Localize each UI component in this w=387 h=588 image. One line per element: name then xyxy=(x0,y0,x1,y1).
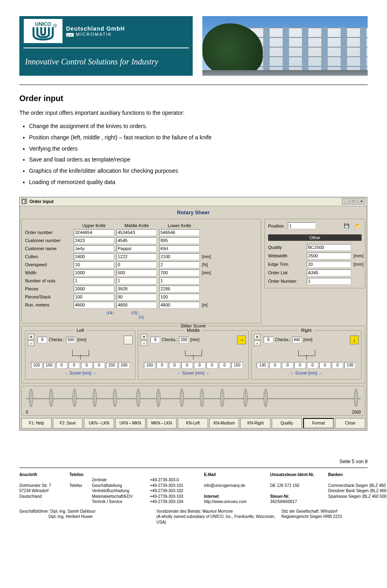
count-input[interactable] xyxy=(37,337,47,343)
toolbar-button[interactable]: MKN↔LKN xyxy=(147,418,177,429)
other-input[interactable] xyxy=(307,269,351,276)
rotary-input[interactable] xyxy=(159,237,200,244)
other-input[interactable] xyxy=(307,253,351,259)
rotary-input[interactable] xyxy=(74,286,114,292)
svg-text:R: R xyxy=(54,25,56,27)
rotary-input[interactable] xyxy=(117,286,157,292)
rotary-input[interactable] xyxy=(117,261,157,268)
scorer-input[interactable] xyxy=(194,362,205,369)
checks-input[interactable] xyxy=(292,337,302,343)
rotary-input[interactable] xyxy=(117,245,157,252)
rotary-input[interactable] xyxy=(74,302,114,308)
toolbar-button[interactable]: KN-Medium xyxy=(209,418,239,429)
minus-button[interactable]: - xyxy=(28,340,34,346)
scorer-input[interactable] xyxy=(319,362,331,369)
scorer-input[interactable] xyxy=(294,362,306,369)
rotary-input[interactable] xyxy=(74,277,114,284)
unit-label: [%] xyxy=(202,263,218,267)
scorer-input[interactable] xyxy=(169,362,180,369)
arrow-button[interactable]: → xyxy=(237,335,246,344)
arrow-button[interactable]: ↓ xyxy=(350,335,359,344)
checks-input[interactable] xyxy=(179,337,189,343)
rotary-input[interactable] xyxy=(117,253,157,260)
checks-input[interactable] xyxy=(66,337,76,343)
rotary-input[interactable] xyxy=(117,269,157,276)
unit-label: [m] xyxy=(202,303,218,307)
scorer-input[interactable] xyxy=(269,362,281,369)
position-input[interactable] xyxy=(288,222,316,229)
y-shape-icon xyxy=(68,350,92,360)
plus-button[interactable]: + xyxy=(141,334,147,340)
rotary-input[interactable] xyxy=(159,302,200,308)
scorer-input[interactable] xyxy=(344,362,356,369)
scorer-input[interactable] xyxy=(332,362,343,369)
scorer-input[interactable] xyxy=(31,362,42,369)
scorer-input[interactable] xyxy=(181,362,193,369)
plus-button[interactable]: + xyxy=(254,334,260,340)
slitter-fieldset: Slitter Scorer Left+-Checks.:[mm]Scorer … xyxy=(21,326,365,383)
toolbar-button[interactable]: Quality xyxy=(272,418,302,429)
rotary-input[interactable] xyxy=(159,277,200,284)
count-input[interactable] xyxy=(264,337,273,343)
save-icon[interactable]: 💾 xyxy=(343,222,350,230)
rotary-input[interactable] xyxy=(74,294,114,300)
toolbar-button[interactable]: F1: Help xyxy=(21,418,52,429)
count-input[interactable] xyxy=(150,337,160,343)
rotary-input[interactable] xyxy=(117,277,157,284)
rotary-input[interactable] xyxy=(159,253,200,260)
scorer-input[interactable] xyxy=(282,362,293,369)
toolbar-button[interactable]: UKN↔LKN xyxy=(84,418,114,429)
toolbar-button[interactable]: KN-Left xyxy=(178,418,208,429)
toolbar-button[interactable]: Close xyxy=(335,418,365,429)
rotary-input[interactable] xyxy=(117,229,157,236)
scorer-input[interactable] xyxy=(206,362,218,369)
scorer-input[interactable] xyxy=(56,362,67,369)
rotary-input[interactable] xyxy=(159,269,200,276)
rotary-input[interactable] xyxy=(74,237,114,244)
close-button[interactable]: × xyxy=(358,198,365,205)
toolbar-button[interactable]: F2: Save xyxy=(53,418,83,429)
other-input[interactable] xyxy=(307,261,351,268)
scorer-input[interactable] xyxy=(231,362,243,369)
scorer-input[interactable] xyxy=(156,362,168,369)
rotary-input[interactable] xyxy=(117,294,157,300)
rotary-input[interactable] xyxy=(74,269,114,276)
rotary-input[interactable] xyxy=(117,302,157,308)
rotary-input[interactable] xyxy=(159,261,200,268)
row-label: Width xyxy=(25,270,71,275)
rotary-input[interactable] xyxy=(159,286,200,292)
scorer-input[interactable] xyxy=(119,362,130,369)
other-input[interactable] xyxy=(307,278,351,285)
rotary-input[interactable] xyxy=(159,245,200,252)
footer-header xyxy=(150,472,202,478)
scorer-input[interactable] xyxy=(219,362,230,369)
scorer-input[interactable] xyxy=(94,362,105,369)
scorer-input[interactable] xyxy=(44,362,55,369)
scorer-input[interactable] xyxy=(307,362,318,369)
scorer-input[interactable] xyxy=(106,362,117,369)
rotary-input[interactable] xyxy=(74,229,114,236)
scorer-input[interactable] xyxy=(144,362,155,369)
minus-button[interactable]: - xyxy=(141,340,147,346)
slitter-column: Middle+-Checks.:[mm]→Scorer [mm] xyxy=(138,330,248,380)
rotary-input[interactable] xyxy=(74,253,114,260)
scorer-input[interactable] xyxy=(257,362,268,369)
rotary-input[interactable] xyxy=(117,237,157,244)
other-input[interactable] xyxy=(307,244,351,251)
rotary-input[interactable] xyxy=(159,294,200,300)
toolbar-button[interactable]: Format xyxy=(303,418,334,429)
rotary-input[interactable] xyxy=(74,245,114,252)
arrow-button[interactable] xyxy=(124,335,133,344)
maximize-button[interactable]: □ xyxy=(350,198,357,205)
scorer-input[interactable] xyxy=(69,362,80,369)
open-icon[interactable]: 📂 xyxy=(354,222,362,230)
knife-icon xyxy=(73,389,77,407)
plus-button[interactable]: + xyxy=(28,334,34,340)
minus-button[interactable]: - xyxy=(254,340,260,346)
rotary-input[interactable] xyxy=(74,261,114,268)
scorer-input[interactable] xyxy=(81,362,92,369)
toolbar-button[interactable]: UKN↔MKN xyxy=(115,418,146,429)
rotary-input[interactable] xyxy=(159,229,200,236)
minimize-button[interactable]: _ xyxy=(342,198,349,205)
toolbar-button[interactable]: KN-Right xyxy=(240,418,270,429)
